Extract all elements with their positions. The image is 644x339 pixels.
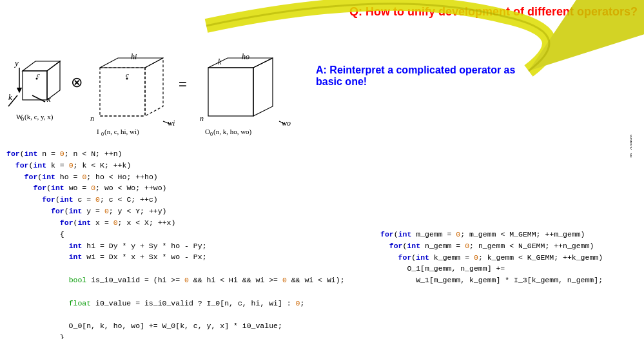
svg-rect-20 (100, 68, 145, 116)
svg-text:hi: hi (131, 52, 137, 61)
svg-line-6 (32, 95, 45, 102)
svg-text:(n, c, hi, wi): (n, c, hi, wi) (104, 128, 139, 136)
svg-text:(n, k, ho, wo): (n, k, ho, wo) (213, 128, 252, 136)
svg-rect-35 (208, 68, 253, 116)
svg-text:0: 0 (210, 131, 213, 137)
svg-text:c: c (37, 71, 40, 79)
question-banner: Q: How to unify development of different… (349, 5, 638, 19)
svg-text:n: n (200, 114, 204, 123)
svg-text:c: c (126, 71, 129, 79)
code-section-right: for(int m_gemm = 0; m_gemm < M_GEMM; ++m… (380, 229, 603, 286)
svg-point-25 (126, 78, 128, 80)
svg-text:O: O (205, 128, 210, 135)
svg-text:0: 0 (21, 117, 24, 122)
answer-banner: A: Reinterpret a complicated operator as… (316, 64, 522, 88)
svg-rect-7 (23, 71, 47, 100)
svg-point-11 (36, 78, 38, 80)
svg-text:⊗: ⊗ (71, 74, 83, 90)
svg-text:=: = (179, 76, 187, 92)
left-3d-diagram: y k x c W 0 (k, c, y, x) ⊗ hi n wi c I 0… (3, 26, 319, 148)
svg-text:(k, c, y, x): (k, c, y, x) (24, 113, 54, 121)
svg-text:0: 0 (101, 131, 104, 137)
svg-marker-37 (253, 58, 273, 116)
svg-text:ho: ho (242, 52, 249, 61)
svg-marker-8 (23, 61, 60, 71)
svg-text:k: k (8, 92, 12, 102)
svg-text:y: y (14, 58, 19, 68)
svg-text:I: I (97, 128, 99, 135)
svg-text:n: n (90, 114, 94, 123)
svg-marker-22 (145, 58, 163, 116)
code-section-left: for(int n = 0; n < N; ++n) for(int k = 0… (6, 148, 345, 339)
svg-text:m_gemm: m_gemm (628, 135, 632, 158)
right-matrix-diagram: k_gemm m_gemm W 1 (m_gemm, k_gemm) n_gem… (316, 100, 632, 229)
